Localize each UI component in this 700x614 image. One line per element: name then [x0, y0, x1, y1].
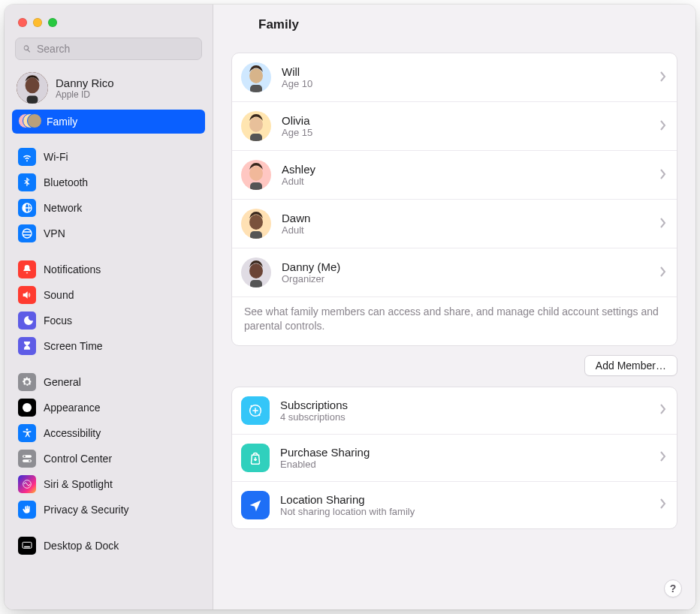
close-window-button[interactable] [18, 18, 27, 27]
family-member-row[interactable]: Ashley Adult [232, 151, 677, 200]
chevron-right-icon [660, 216, 666, 232]
svg-rect-8 [250, 182, 262, 190]
feature-sub: Enabled [280, 459, 370, 470]
chevron-right-icon [660, 402, 666, 418]
search-placeholder: Search [37, 43, 70, 55]
svg-rect-10 [250, 231, 262, 239]
svg-point-9 [249, 215, 263, 230]
family-stack-icon [18, 113, 39, 130]
add-member-button[interactable]: Add Member… [584, 355, 677, 376]
svg-point-11 [249, 263, 263, 278]
switches-icon [18, 450, 36, 468]
settings-window: Search Danny Rico Apple ID [5, 5, 695, 609]
chevron-right-icon [660, 265, 666, 281]
siri-icon [18, 475, 36, 493]
moon-icon [18, 312, 36, 330]
memoji-icon [241, 209, 271, 239]
feature-name: Purchase Sharing [280, 446, 370, 459]
sidebar-item-label: Family [47, 116, 77, 128]
family-features-panel: Subscriptions 4 subscriptions Purchase S… [231, 387, 677, 529]
svg-point-3 [249, 68, 263, 83]
sidebar-item-accessibility[interactable]: Accessibility [12, 420, 205, 446]
member-name: Will [282, 65, 312, 78]
svg-rect-2 [27, 96, 38, 104]
sidebar-item-label: Notifications [44, 263, 101, 275]
family-member-row[interactable]: Dawn Adult [232, 200, 677, 248]
sidebar-item-label: Sound [44, 289, 74, 301]
sidebar-item-general[interactable]: General [12, 369, 205, 395]
feature-row-location-sharing[interactable]: Location Sharing Not sharing location wi… [232, 482, 677, 528]
sidebar-item-label: Desktop & Dock [44, 540, 119, 552]
sidebar-item-label: Privacy & Security [44, 504, 129, 516]
search-wrap: Search [5, 35, 213, 68]
search-icon [22, 44, 32, 54]
svg-rect-12 [250, 280, 262, 287]
feature-name: Location Sharing [280, 493, 415, 506]
bluetooth-icon [18, 173, 36, 191]
profile-name: Danny Rico [56, 77, 114, 89]
feature-row-subscriptions[interactable]: Subscriptions 4 subscriptions [232, 387, 677, 435]
sidebar-item-focus[interactable]: Focus [12, 308, 205, 333]
sidebar-item-vpn[interactable]: VPN [12, 221, 205, 246]
search-input[interactable]: Search [15, 38, 202, 60]
svg-rect-6 [250, 134, 262, 141]
sidebar-item-label: General [44, 376, 81, 388]
sidebar-item-desktop-dock[interactable]: Desktop & Dock [12, 533, 205, 558]
sidebar-item-apple-id[interactable]: Danny Rico Apple ID [5, 68, 213, 110]
gear-icon [18, 373, 36, 391]
minimize-window-button[interactable] [33, 18, 42, 27]
member-sub: Adult [282, 224, 310, 236]
memoji-icon [241, 111, 271, 141]
member-name: Olivia [282, 114, 312, 127]
feature-sub: Not sharing location with family [280, 506, 415, 517]
svg-rect-4 [250, 85, 262, 92]
bag-icon [241, 444, 270, 472]
hourglass-icon [18, 337, 36, 355]
feature-row-purchase-sharing[interactable]: Purchase Sharing Enabled [232, 435, 677, 482]
sidebar-item-sound[interactable]: Sound [12, 282, 205, 308]
accessibility-icon [18, 424, 36, 442]
family-member-row[interactable]: Olivia Age 15 [232, 102, 677, 151]
hand-icon [18, 501, 36, 519]
sidebar-item-control-center[interactable]: Control Center [12, 446, 205, 471]
dock-icon [18, 537, 36, 555]
sidebar-item-label: Wi-Fi [44, 151, 68, 163]
location-icon [241, 491, 270, 519]
titlebar: Family [213, 5, 695, 45]
zoom-window-button[interactable] [48, 18, 57, 27]
memoji-icon [241, 257, 271, 287]
member-sub: Age 15 [282, 127, 312, 138]
sidebar-item-label: Screen Time [44, 340, 103, 352]
sidebar-item-notifications[interactable]: Notifications [12, 257, 205, 282]
member-name: Ashley [282, 163, 315, 176]
avatar [241, 111, 271, 141]
sidebar-item-siri-spotlight[interactable]: Siri & Spotlight [12, 471, 205, 497]
vpn-icon [18, 224, 36, 242]
svg-point-7 [249, 166, 263, 181]
avatar [241, 160, 271, 190]
sidebar-item-label: Bluetooth [44, 176, 88, 188]
speaker-icon [18, 286, 36, 304]
member-sub: Adult [282, 176, 315, 187]
feature-sub: 4 subscriptions [280, 411, 348, 423]
sidebar-item-family[interactable]: Family [12, 110, 205, 134]
sidebar-item-privacy-security[interactable]: Privacy & Security [12, 497, 205, 522]
sidebar-item-label: Network [44, 202, 82, 214]
sidebar-item-label: VPN [44, 227, 65, 239]
chevron-right-icon [660, 167, 666, 183]
sidebar-item-wi-fi[interactable]: Wi-Fi [12, 144, 205, 170]
family-members-panel: Will Age 10 Olivia Age 15 [231, 53, 677, 346]
sidebar-item-bluetooth[interactable]: Bluetooth [12, 170, 205, 195]
family-member-row[interactable]: Danny (Me) Organizer [232, 248, 677, 297]
sidebar-item-screen-time[interactable]: Screen Time [12, 333, 205, 359]
sidebar-item-network[interactable]: Network [12, 195, 205, 221]
chevron-right-icon [660, 119, 666, 134]
window-controls [5, 11, 213, 35]
chevron-right-icon [660, 497, 666, 513]
sidebar-item-appearance[interactable]: Appearance [12, 395, 205, 420]
bell-icon [18, 260, 36, 278]
family-member-row[interactable]: Will Age 10 [232, 53, 677, 102]
help-button[interactable]: ? [664, 579, 682, 597]
svg-point-5 [249, 117, 263, 132]
main-content: Family Will Age 10 Oliv [213, 5, 695, 609]
